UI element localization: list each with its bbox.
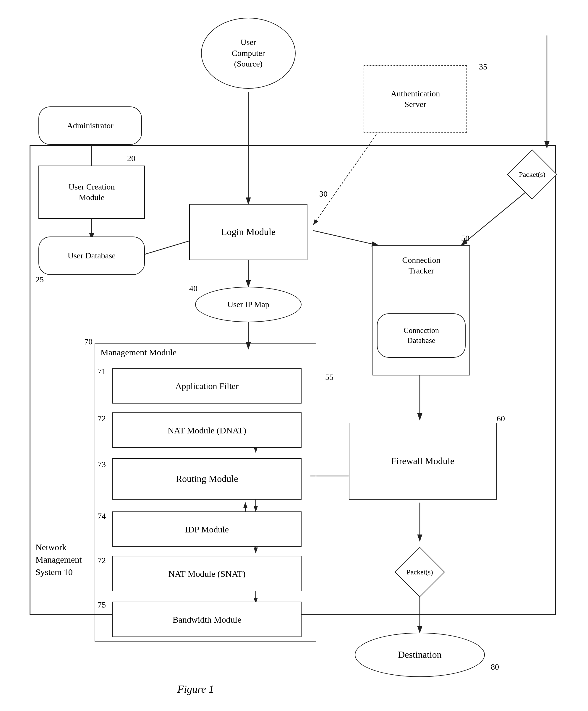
user-computer-label: User Computer (Source)	[232, 37, 265, 69]
packets-top-label: Packet(s)	[519, 170, 545, 179]
ref-75: 75	[97, 600, 106, 609]
bandwidth-module-label: Bandwidth Module	[173, 614, 241, 625]
user-ip-map: User IP Map	[195, 287, 302, 322]
bandwidth-module: Bandwidth Module	[112, 602, 302, 637]
packets-top-diamond: Packet(s)	[503, 145, 562, 204]
user-ip-map-label: User IP Map	[227, 299, 269, 310]
destination-label: Destination	[398, 649, 442, 661]
firewall-module: Firewall Module	[349, 423, 497, 500]
application-filter: Application Filter	[112, 368, 302, 404]
system-label: Network Management System 10	[36, 541, 82, 578]
ref-55: 55	[325, 372, 333, 382]
connection-tracker-label: Connection Tracker	[373, 255, 470, 276]
ref-71: 71	[97, 367, 106, 376]
firewall-module-label: Firewall Module	[391, 455, 454, 467]
auth-server-label: Authentication Server	[391, 88, 440, 110]
user-database: User Database	[39, 237, 145, 275]
connection-database: Connection Database	[377, 314, 465, 358]
login-module-label: Login Module	[221, 226, 276, 238]
ref-20: 20	[127, 154, 135, 163]
management-module-label: Management Module	[101, 347, 176, 358]
ref-35: 35	[479, 62, 487, 71]
ref-70: 70	[84, 337, 92, 346]
packets-bottom-diamond: Packet(s)	[387, 541, 452, 603]
ref-30: 30	[319, 189, 328, 199]
ref-40: 40	[189, 284, 197, 293]
nat-snat-label: NAT Module (SNAT)	[168, 568, 245, 579]
ref-25: 25	[36, 275, 44, 284]
administrator: Administrator	[39, 106, 142, 145]
idp-module-label: IDP Module	[185, 523, 229, 535]
idp-module: IDP Module	[112, 512, 302, 547]
ref-60: 60	[497, 414, 505, 423]
user-creation-module: User Creation Module	[39, 166, 145, 219]
figure-label: Figure 1	[177, 683, 214, 695]
ref-73: 73	[97, 460, 106, 469]
routing-module: Routing Module	[112, 458, 302, 500]
user-creation-label: User Creation Module	[69, 181, 115, 203]
ref-72b: 72	[97, 556, 106, 565]
nat-module-snat: NAT Module (SNAT)	[112, 556, 302, 591]
login-module: Login Module	[189, 204, 307, 260]
nat-dnat-label: NAT Module (DNAT)	[168, 425, 246, 436]
connection-database-label: Connection Database	[404, 325, 439, 346]
packets-bottom-label: Packet(s)	[407, 568, 433, 577]
ref-74: 74	[97, 512, 106, 521]
diagram: 1 User Computer (Source) 5 Administrator…	[0, 0, 588, 711]
ref-80: 80	[491, 662, 499, 672]
application-filter-label: Application Filter	[175, 380, 239, 392]
ref-72a: 72	[97, 414, 106, 423]
authentication-server: Authentication Server	[364, 65, 467, 133]
user-computer: User Computer (Source)	[201, 18, 296, 89]
administrator-label: Administrator	[67, 120, 113, 131]
user-database-label: User Database	[68, 251, 115, 261]
ref-50: 50	[461, 234, 470, 243]
destination: Destination	[355, 633, 485, 677]
routing-module-label: Routing Module	[176, 473, 238, 485]
nat-module-dnat: NAT Module (DNAT)	[112, 412, 302, 448]
